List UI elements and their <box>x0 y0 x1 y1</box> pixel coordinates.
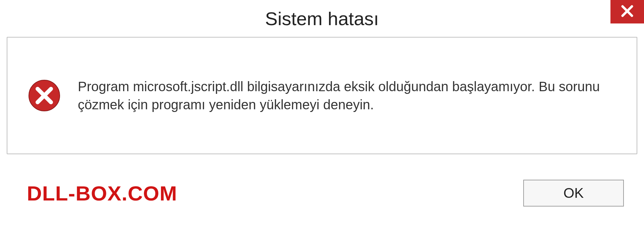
content-panel: Program microsoft.jscript.dll bilgisayar… <box>7 37 637 154</box>
watermark-text: DLL-BOX.COM <box>27 181 177 205</box>
dialog-title: Sistem hatası <box>0 8 644 30</box>
error-icon <box>28 79 61 112</box>
close-icon <box>621 4 634 19</box>
dialog-footer: DLL-BOX.COM OK <box>0 154 644 232</box>
system-error-dialog: Sistem hatası Program microsoft.jscript.… <box>0 0 644 232</box>
close-button[interactable] <box>610 0 644 23</box>
error-message: Program microsoft.jscript.dll bilgisayar… <box>78 77 616 114</box>
ok-button[interactable]: OK <box>523 180 624 207</box>
titlebar: Sistem hatası <box>0 0 644 37</box>
